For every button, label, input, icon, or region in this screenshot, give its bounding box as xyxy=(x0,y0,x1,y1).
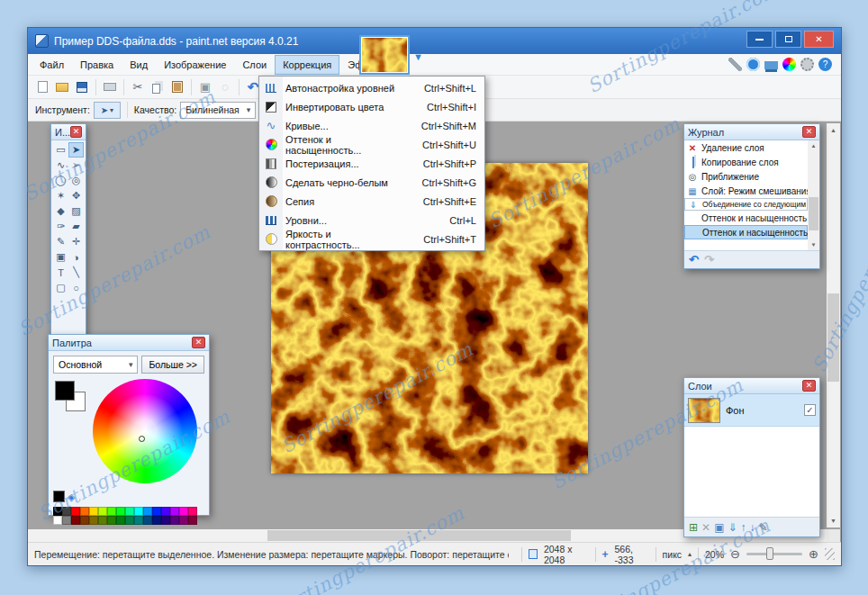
menu-item-sepia[interactable]: Сепия Ctrl+Shift+E xyxy=(259,192,484,211)
tool-text[interactable] xyxy=(53,265,68,280)
layer-row[interactable]: Фон xyxy=(684,394,819,427)
add-color-icon[interactable] xyxy=(68,488,75,504)
units-select[interactable]: пикс xyxy=(663,549,683,560)
history-item[interactable]: Слой: Режим смешивания xyxy=(684,184,808,198)
move-layer-down-icon[interactable] xyxy=(750,521,755,534)
merge-layer-down-icon[interactable] xyxy=(728,521,737,534)
scroll-down-icon[interactable]: ▼ xyxy=(808,239,819,250)
open-file-icon[interactable] xyxy=(53,78,71,96)
menu-adjustments[interactable]: Коррекция xyxy=(275,55,339,75)
palette-swatch[interactable] xyxy=(89,507,98,516)
layer-visibility-checkbox[interactable] xyxy=(804,404,816,416)
zoom-slider-thumb[interactable] xyxy=(766,547,773,560)
palette-swatch[interactable] xyxy=(188,516,197,525)
palette-swatch[interactable] xyxy=(170,516,179,525)
history-item-selected[interactable]: Оттенок и насыщенность xyxy=(684,225,808,239)
delete-layer-icon[interactable] xyxy=(701,521,710,534)
zoom-in-icon[interactable] xyxy=(809,547,818,561)
copy-icon[interactable] xyxy=(149,78,167,96)
close-button[interactable]: ✕ xyxy=(804,31,834,48)
tool-gradient[interactable] xyxy=(68,203,84,219)
tools-panel-close-icon[interactable] xyxy=(70,126,82,138)
save-icon[interactable] xyxy=(73,78,91,96)
palette-swatch[interactable] xyxy=(125,507,134,516)
history-item[interactable]: Приближение xyxy=(684,169,808,184)
history-item[interactable]: Удаление слоя xyxy=(684,140,808,155)
history-redo-icon[interactable] xyxy=(704,253,714,266)
deselect-icon[interactable] xyxy=(216,78,234,96)
menu-item-brightness-contrast[interactable]: Яркость и контрастность... Ctrl+Shift+T xyxy=(259,230,484,248)
layers-toggle-icon[interactable] xyxy=(764,61,778,69)
horizontal-scrollbar-thumb[interactable] xyxy=(267,530,571,541)
palette-swatch[interactable] xyxy=(107,516,116,525)
tool-magic-wand[interactable] xyxy=(53,188,68,203)
add-layer-icon[interactable] xyxy=(689,521,698,534)
resize-grip[interactable] xyxy=(825,548,835,560)
menu-file[interactable]: Файл xyxy=(32,55,72,75)
tool-ellipse-select[interactable] xyxy=(53,173,68,188)
menu-image[interactable]: Изображение xyxy=(156,55,234,75)
history-scrollbar[interactable]: ▲ ▼ xyxy=(808,140,819,250)
tool-move-selected[interactable] xyxy=(68,142,84,158)
tool-ellipse-shape[interactable] xyxy=(68,280,84,295)
current-color-swatch[interactable] xyxy=(53,491,65,502)
layers-panel-close-icon[interactable] xyxy=(802,380,816,392)
scroll-down-icon[interactable]: ▼ xyxy=(827,514,840,527)
history-scrollbar-thumb[interactable] xyxy=(809,197,818,230)
history-panel-titlebar[interactable]: Журнал xyxy=(684,124,819,140)
cut-icon[interactable] xyxy=(129,78,147,96)
palette-more-button[interactable]: Больше >> xyxy=(141,356,204,374)
menu-item-auto-levels[interactable]: Автонастройка уровней Ctrl+Shift+L xyxy=(259,78,484,97)
palette-swatch[interactable] xyxy=(71,507,80,516)
tool-pan[interactable] xyxy=(68,188,84,203)
crop-icon[interactable] xyxy=(196,78,214,96)
palette-swatch[interactable] xyxy=(143,516,152,525)
palette-swatch[interactable] xyxy=(134,516,143,525)
palette-swatch[interactable] xyxy=(152,507,161,516)
palette-swatch[interactable] xyxy=(170,507,179,516)
palette-swatch[interactable] xyxy=(125,516,134,525)
tool-move-selection[interactable] xyxy=(68,158,84,173)
color-wheel[interactable] xyxy=(93,379,197,483)
history-item[interactable]: Оттенок и насыщенность xyxy=(684,211,808,225)
title-bar[interactable]: Пример DDS-файла.dds - paint.net версия … xyxy=(28,28,841,54)
tools-toggle-icon[interactable] xyxy=(728,58,742,71)
vertical-scrollbar[interactable]: ▲ ▼ xyxy=(827,123,840,527)
maximize-button[interactable] xyxy=(775,31,801,48)
tools-panel-titlebar[interactable]: И... xyxy=(51,124,86,140)
palette-swatch[interactable] xyxy=(188,507,197,516)
palette-swatch[interactable] xyxy=(80,516,89,525)
palette-swatch[interactable] xyxy=(116,516,125,525)
tool-paint-bucket[interactable] xyxy=(53,203,68,219)
palette-swatch[interactable] xyxy=(62,507,71,516)
palette-swatch[interactable] xyxy=(116,507,125,516)
layer-properties-icon[interactable] xyxy=(759,521,768,534)
menu-item-invert-colors[interactable]: Инвертировать цвета Ctrl+Shift+I xyxy=(259,97,484,116)
vertical-scrollbar-thumb[interactable] xyxy=(827,293,839,383)
tool-rectangle-shape[interactable] xyxy=(53,280,68,295)
layers-panel-titlebar[interactable]: Слои xyxy=(684,378,819,394)
history-undo-icon[interactable] xyxy=(689,253,699,266)
palette-swatch[interactable] xyxy=(179,507,188,516)
menu-item-posterize[interactable]: Постеризация... Ctrl+Shift+P xyxy=(259,154,484,173)
palette-swatch[interactable] xyxy=(89,516,98,525)
tool-line-curve[interactable] xyxy=(68,265,84,280)
duplicate-layer-icon[interactable] xyxy=(714,521,724,534)
palette-panel-titlebar[interactable]: Палитра xyxy=(49,335,209,351)
primary-secondary-colors[interactable] xyxy=(53,379,89,419)
paste-icon[interactable] xyxy=(168,78,186,96)
palette-swatch[interactable] xyxy=(179,516,188,525)
zoom-out-icon[interactable] xyxy=(730,547,740,561)
new-image-icon[interactable] xyxy=(33,78,51,96)
palette-swatch[interactable] xyxy=(98,507,107,516)
tool-eraser[interactable] xyxy=(68,219,84,234)
history-panel-close-icon[interactable] xyxy=(802,126,816,138)
palette-swatch[interactable] xyxy=(53,507,62,516)
menu-view[interactable]: Вид xyxy=(122,55,156,75)
history-item[interactable]: Копирование слоя xyxy=(684,155,808,169)
menu-item-hue-saturation[interactable]: Оттенок и насыщенность... Ctrl+Shift+U xyxy=(259,135,484,154)
palette-swatch[interactable] xyxy=(161,516,170,525)
scroll-up-icon[interactable]: ▲ xyxy=(827,123,840,137)
color-wheel-marker[interactable] xyxy=(139,436,145,442)
palette-swatch[interactable] xyxy=(152,516,161,525)
